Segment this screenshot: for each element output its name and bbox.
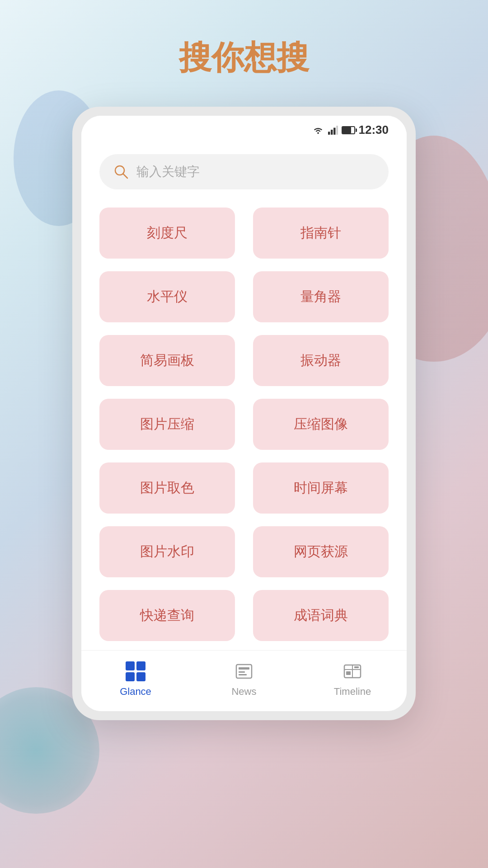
timeline-icon [341,660,364,683]
bottom-nav: Glance News [81,650,407,711]
tool-btn-sketchpad[interactable]: 简易画板 [99,335,235,386]
status-icons: 12:30 [312,123,389,137]
tool-btn-webpage-src[interactable]: 网页获源 [253,526,389,577]
search-placeholder: 输入关键字 [136,163,200,180]
tool-btn-watermark[interactable]: 图片水印 [99,526,235,577]
tool-btn-vibrator[interactable]: 振动器 [253,335,389,386]
signal-icon [328,125,338,135]
svg-rect-10 [239,674,247,675]
search-bar[interactable]: 输入关键字 [99,154,389,189]
tool-btn-compass[interactable]: 指南针 [253,208,389,259]
news-icon [232,660,256,683]
battery-icon [342,126,355,134]
tool-btn-time-screen[interactable]: 时间屏幕 [253,462,389,514]
tool-btn-protractor[interactable]: 量角器 [253,271,389,322]
svg-point-0 [317,132,319,134]
glance-grid-icon [126,661,145,681]
svg-rect-8 [239,667,249,670]
phone-content: 输入关键字 刻度尺指南针水平仪量角器简易画板振动器图片压缩压缩图像图片取色时间屏… [81,141,407,650]
nav-item-timeline[interactable]: Timeline [298,660,407,698]
tool-btn-img-compress[interactable]: 图片压缩 [99,399,235,450]
nav-item-news[interactable]: News [190,660,298,698]
page-title: 搜你想搜 [179,36,309,80]
svg-rect-1 [328,132,330,135]
tool-btn-express-query[interactable]: 快递查询 [99,590,235,641]
svg-line-6 [123,174,128,179]
tool-btn-color-picker[interactable]: 图片取色 [99,462,235,514]
nav-label-glance: Glance [120,686,151,698]
tool-btn-level[interactable]: 水平仪 [99,271,235,322]
nav-label-timeline: Timeline [334,686,371,698]
search-icon [113,164,129,180]
svg-rect-4 [336,126,338,135]
nav-label-news: News [231,686,256,698]
svg-rect-15 [354,666,359,668]
tool-btn-img-compress2[interactable]: 压缩图像 [253,399,389,450]
glance-icon [124,660,147,683]
svg-rect-9 [239,671,245,673]
tools-grid: 刻度尺指南针水平仪量角器简易画板振动器图片压缩压缩图像图片取色时间屏幕图片水印网… [99,208,389,641]
nav-item-glance[interactable]: Glance [81,660,190,698]
wifi-icon [312,125,324,135]
status-time: 12:30 [359,123,389,137]
phone-mockup: 12:30 输入关键字 刻度尺指南针水平仪量角器简易画板振动器图片压缩压缩图像图… [72,107,416,720]
svg-rect-2 [331,129,333,134]
tool-btn-ruler[interactable]: 刻度尺 [99,208,235,259]
svg-rect-3 [333,127,335,134]
phone-screen: 12:30 输入关键字 刻度尺指南针水平仪量角器简易画板振动器图片压缩压缩图像图… [81,116,407,711]
status-bar: 12:30 [81,116,407,141]
tool-btn-idiom-dict[interactable]: 成语词典 [253,590,389,641]
svg-rect-14 [346,671,351,675]
